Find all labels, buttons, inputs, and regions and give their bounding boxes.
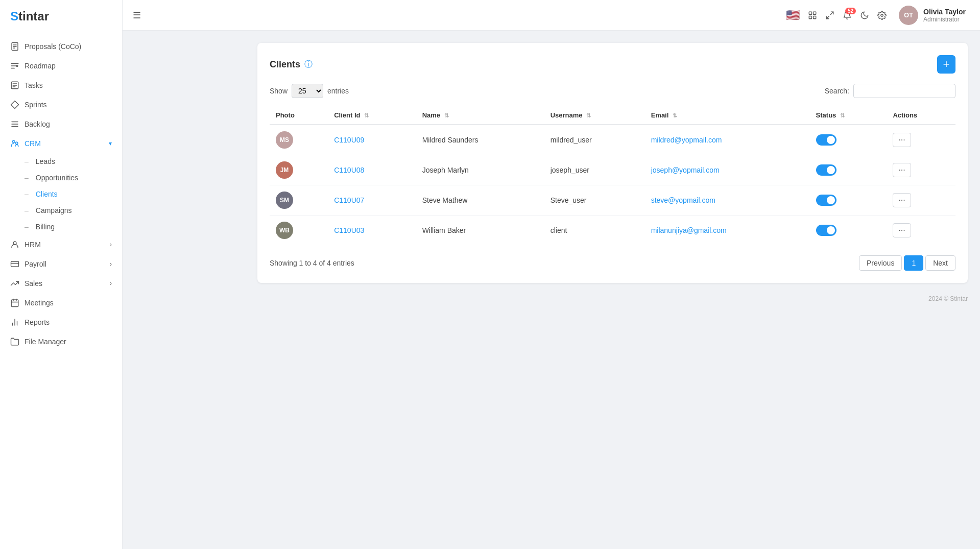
client-name: William Baker (416, 216, 544, 246)
sidebar-item-sales[interactable]: Sales › (0, 274, 122, 293)
topbar: ☰ 🇺🇸 52 OT (123, 0, 980, 31)
col-client-id[interactable]: Client Id ⇅ (328, 106, 416, 125)
page-title: Clients (270, 59, 300, 70)
sales-chevron-icon: › (110, 280, 112, 287)
client-username: client (544, 216, 645, 246)
sidebar-item-sales-label: Sales (25, 279, 105, 288)
status-toggle[interactable] (816, 164, 836, 176)
col-email[interactable]: Email ⇅ (645, 106, 810, 125)
svg-rect-26 (814, 12, 816, 14)
actions-button[interactable]: ··· (893, 163, 911, 177)
search-input[interactable] (853, 84, 955, 98)
next-button[interactable]: Next (925, 255, 955, 271)
sort-username-icon: ⇅ (586, 112, 591, 118)
sidebar-item-billing[interactable]: Billing (0, 219, 122, 235)
flag-icon[interactable]: 🇺🇸 (786, 9, 800, 22)
clients-table: Photo Client Id ⇅ Name ⇅ Username ⇅ Emai… (270, 106, 955, 245)
folder-icon (10, 337, 19, 346)
settings-icon[interactable] (877, 11, 887, 20)
client-id-link[interactable]: C110U07 (334, 196, 364, 204)
sidebar-item-crm[interactable]: CRM ▾ (0, 134, 122, 153)
backlog-icon (10, 120, 19, 129)
sidebar-item-file-manager[interactable]: File Manager (0, 332, 122, 351)
col-username[interactable]: Username ⇅ (544, 106, 645, 125)
client-email-link[interactable]: steve@yopmail.com (651, 196, 715, 204)
client-username: joseph_user (544, 155, 645, 185)
svg-rect-27 (809, 16, 811, 18)
sidebar-item-hrm[interactable]: HRM › (0, 235, 122, 254)
client-email-link[interactable]: milanunjiya@gmail.com (651, 226, 727, 234)
sidebar-item-reports[interactable]: Reports (0, 313, 122, 332)
hrm-chevron-icon: › (110, 241, 112, 248)
client-status (810, 125, 887, 155)
topbar-icons: 🇺🇸 52 OT Olivia Taylo (786, 4, 970, 27)
sidebar-item-tasks-label: Tasks (25, 81, 112, 89)
sidebar-item-proposals[interactable]: Proposals (CoCo) (0, 37, 122, 56)
sidebar-item-clients[interactable]: Clients (0, 186, 122, 202)
row-avatar: MS (276, 131, 293, 149)
svg-rect-18 (11, 300, 18, 307)
client-name: Mildred Saunders (416, 125, 544, 155)
client-id-link[interactable]: C110U09 (334, 136, 364, 144)
col-status[interactable]: Status ⇅ (810, 106, 887, 125)
expand-icon[interactable] (825, 11, 834, 20)
info-icon[interactable]: ⓘ (304, 59, 313, 70)
status-toggle[interactable] (816, 134, 836, 146)
card-title-row: Clients ⓘ (270, 59, 313, 70)
row-avatar: SM (276, 192, 293, 209)
sidebar: Stintar Proposals (CoCo) Roadmap Tasks (0, 0, 123, 549)
pagination-row: Showing 1 to 4 of 4 entries Previous 1 N… (270, 255, 955, 271)
client-email-link[interactable]: joseph@yopmail.com (651, 166, 720, 174)
sidebar-item-campaigns[interactable]: Campaigns (0, 202, 122, 219)
avatar-initials: OT (899, 6, 918, 25)
roadmap-icon (10, 61, 19, 70)
actions-button[interactable]: ··· (893, 223, 911, 237)
sprints-icon (10, 100, 19, 109)
table-row: WBC110U03William Bakerclientmilanunjiya@… (270, 216, 955, 246)
sort-email-icon: ⇅ (673, 112, 677, 118)
sidebar-item-roadmap[interactable]: Roadmap (0, 56, 122, 76)
crm-chevron-icon: ▾ (109, 140, 112, 147)
tasks-icon (10, 81, 19, 90)
sidebar-item-payroll-label: Payroll (25, 260, 105, 268)
sidebar-item-campaigns-label: Campaigns (36, 206, 72, 214)
previous-button[interactable]: Previous (859, 255, 902, 271)
svg-point-13 (13, 140, 15, 143)
pagination-controls: Previous 1 Next (859, 255, 955, 271)
actions-button[interactable]: ··· (893, 193, 911, 207)
sidebar-item-sprints[interactable]: Sprints (0, 95, 122, 114)
apps-grid-icon[interactable] (808, 11, 817, 20)
card-header: Clients ⓘ + (270, 55, 955, 74)
sidebar-item-opportunities[interactable]: Opportunities (0, 170, 122, 186)
sidebar-item-payroll[interactable]: Payroll › (0, 254, 122, 274)
client-id-link[interactable]: C110U03 (334, 226, 364, 234)
status-toggle[interactable] (816, 195, 836, 206)
notification-icon[interactable]: 52 (843, 11, 852, 20)
client-username: mildred_user (544, 125, 645, 155)
client-email-link[interactable]: mildred@yopmail.com (651, 136, 722, 144)
col-name[interactable]: Name ⇅ (416, 106, 544, 125)
menu-icon[interactable]: ☰ (133, 10, 141, 21)
row-avatar: WB (276, 222, 293, 239)
sidebar-item-backlog-label: Backlog (25, 120, 112, 128)
client-status (810, 185, 887, 216)
user-name: Olivia Taylor (923, 8, 966, 16)
sidebar-item-opportunities-label: Opportunities (36, 174, 78, 182)
entries-select[interactable]: 25 10 50 100 (292, 84, 323, 98)
show-label: Show (270, 87, 288, 95)
actions-button[interactable]: ··· (893, 133, 911, 147)
main-content: Clients ⓘ + Show 25 10 50 100 entries Se… (245, 31, 980, 549)
sidebar-item-leads[interactable]: Leads (0, 153, 122, 170)
svg-marker-9 (11, 101, 19, 109)
sidebar-item-backlog[interactable]: Backlog (0, 114, 122, 134)
clients-card: Clients ⓘ + Show 25 10 50 100 entries Se… (257, 43, 968, 283)
status-toggle[interactable] (816, 225, 836, 236)
dark-mode-icon[interactable] (860, 11, 869, 20)
sidebar-item-tasks[interactable]: Tasks (0, 76, 122, 95)
add-client-button[interactable]: + (937, 55, 955, 74)
user-profile[interactable]: OT Olivia Taylor Administrator (895, 4, 970, 27)
client-id-link[interactable]: C110U08 (334, 166, 364, 174)
sidebar-item-meetings[interactable]: Meetings (0, 293, 122, 313)
reports-icon (10, 318, 19, 327)
page-1-button[interactable]: 1 (904, 255, 923, 271)
